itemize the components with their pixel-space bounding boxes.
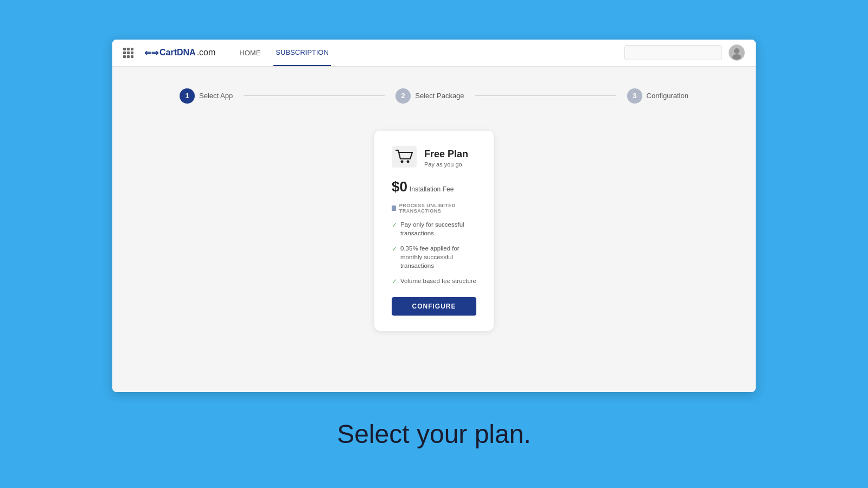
plan-features: ✓ Pay only for successful transactions ✓…	[392, 220, 476, 286]
plan-title: Free Plan	[424, 149, 468, 160]
nav-home[interactable]: HOME	[237, 40, 263, 67]
plan-title-group: Free Plan Pay as you go	[424, 149, 468, 168]
configure-button[interactable]: CONFIGURE	[392, 297, 476, 316]
top-bar: ⇐⇒ CartDNA .com HOME SUBSCRIPTION	[112, 40, 756, 67]
feature-3-text: Volume based fee structure	[400, 277, 476, 285]
svg-point-4	[401, 160, 404, 163]
main-content: 1 Select App 2 Select Package 3 Configur…	[112, 67, 756, 392]
check-icon-1: ✓	[392, 221, 397, 230]
feature-3: ✓ Volume based fee structure	[392, 277, 476, 286]
feature-1: ✓ Pay only for successful transactions	[392, 220, 476, 237]
logo-dotcom: .com	[197, 48, 216, 57]
svg-point-5	[407, 160, 410, 163]
search-bar[interactable]	[624, 45, 722, 60]
step-2-label: Select Package	[415, 92, 464, 100]
feature-2-text: 0.35% fee applied for monthly successful…	[400, 244, 476, 270]
plans-container: Free Plan Pay as you go $0 Installation …	[145, 131, 723, 331]
plan-card-free: Free Plan Pay as you go $0 Installation …	[374, 131, 494, 331]
svg-point-1	[734, 48, 739, 54]
step-3-label: Configuration	[647, 92, 688, 100]
logo-arrows: ⇐⇒	[144, 48, 158, 58]
step-2: 2 Select Package	[395, 88, 464, 104]
user-avatar[interactable]	[729, 44, 745, 61]
logo-text: CartDNA	[159, 48, 196, 57]
step-1-circle: 1	[180, 88, 195, 104]
step-3: 3 Configuration	[627, 88, 688, 104]
browser-window: ⇐⇒ CartDNA .com HOME SUBSCRIPTION	[112, 40, 756, 392]
plan-price: $0 Installation Fee	[392, 178, 476, 195]
nav-subscription[interactable]: SUBSCRIPTION	[273, 40, 331, 67]
price-value: $0	[392, 178, 407, 195]
step-3-circle: 3	[627, 88, 642, 104]
grid-icon[interactable]	[123, 48, 133, 58]
check-icon-3: ✓	[392, 277, 397, 286]
top-bar-right	[624, 44, 745, 61]
plan-header: Free Plan Pay as you go	[392, 146, 476, 171]
step-1-label: Select App	[199, 92, 233, 100]
step-2-circle: 2	[395, 88, 411, 104]
svg-point-2	[732, 54, 741, 60]
nav-links: HOME SUBSCRIPTION	[237, 40, 331, 67]
svg-rect-3	[392, 146, 417, 168]
plan-subtitle: Pay as you go	[424, 161, 468, 168]
check-icon-2: ✓	[392, 245, 397, 254]
price-label: Installation Fee	[410, 185, 454, 193]
step-1: 1 Select App	[180, 88, 233, 104]
step-line-2	[475, 95, 616, 96]
plan-section-label: PROCESS UNLIMITED TRANSACTIONS	[392, 203, 476, 214]
feature-1-text: Pay only for successful transactions	[400, 220, 476, 237]
cart-icon	[392, 146, 417, 171]
step-line-1	[244, 95, 385, 96]
top-bar-left: ⇐⇒ CartDNA .com HOME SUBSCRIPTION	[123, 40, 331, 67]
stepper: 1 Select App 2 Select Package 3 Configur…	[145, 88, 723, 104]
bottom-caption: Select your plan.	[337, 419, 531, 449]
logo: ⇐⇒ CartDNA .com	[144, 48, 215, 58]
feature-2: ✓ 0.35% fee applied for monthly successf…	[392, 244, 476, 270]
